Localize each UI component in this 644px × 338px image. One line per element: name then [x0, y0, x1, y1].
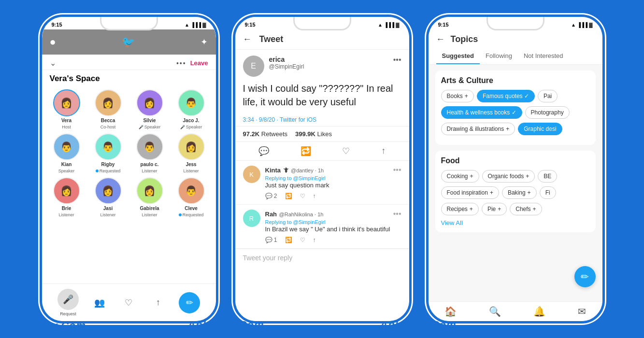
- people-icon[interactable]: 👥: [91, 294, 108, 311]
- food-title: Food: [441, 156, 590, 165]
- chevron-down-icon[interactable]: ⌄: [50, 58, 56, 68]
- avatar-vera: 👩: [53, 89, 80, 116]
- topics-screen-title: Topics: [451, 34, 478, 44]
- reply-share-icon-1[interactable]: ↑: [313, 193, 316, 199]
- status-icons-1: ▲ ▐▐▐ ▓: [185, 22, 206, 28]
- chip-food-inspiration[interactable]: Food inspiration +: [441, 186, 499, 199]
- write-button[interactable]: ✏: [179, 292, 200, 313]
- topics-bottom-nav: 🏠 🔍 🔔 ✉: [429, 301, 602, 321]
- heart-icon[interactable]: ♡: [120, 294, 137, 311]
- spaces-title: Vera's Space: [42, 70, 216, 89]
- battery-icon-3: ▓: [589, 22, 592, 28]
- reply-share-icon-2[interactable]: ↑: [313, 237, 316, 243]
- participant-vera: 👩 Vera Host: [48, 89, 86, 129]
- likes-count: 399.9K Likes: [295, 130, 332, 138]
- reply-actions-kinta: 💬 2 🔁 ♡ ↑: [265, 193, 401, 199]
- arts-row-2: Health & wellness books ✓ Photography: [441, 106, 590, 119]
- chip-cooking[interactable]: Cooking +: [441, 170, 479, 183]
- tab-following[interactable]: Following: [480, 48, 518, 64]
- signal-icon-3: ▐▐▐: [577, 22, 587, 28]
- spaces-app-header: ● 🐦 ✦: [42, 29, 216, 55]
- chip-health-wellness-books[interactable]: Health & wellness books ✓: [441, 106, 522, 119]
- tweet-author-handle: @SimpinEgirl: [269, 63, 388, 70]
- chip-photography[interactable]: Photography: [525, 106, 570, 119]
- chip-pai[interactable]: Pai: [538, 90, 558, 102]
- reply-like-icon-2[interactable]: ♡: [300, 237, 305, 243]
- reply-item-kinta: K Kinta 🗡 @dantley · 1h ••• Replying to …: [235, 161, 409, 205]
- chip-organic-foods[interactable]: Organic foods +: [482, 170, 535, 183]
- request-label: Request: [60, 311, 76, 316]
- retweet-action-icon[interactable]: 🔁: [301, 146, 311, 156]
- arts-row-1: Books + Famous quotes ✓ Pai: [441, 90, 590, 102]
- tweet-screen-title: Tweet: [259, 34, 284, 44]
- search-tab-icon[interactable]: 🔍: [489, 306, 501, 317]
- status-icons-2: ▲ ▐▐▐ ▓: [378, 22, 399, 28]
- chip-graphic-design[interactable]: Graphic desi: [518, 123, 562, 135]
- like-action-icon[interactable]: ♡: [342, 146, 350, 156]
- spaces-bottom-bar: 🎤 Request 👥 ♡ ↑ ✏: [42, 283, 216, 321]
- tweet-author-info: erica @SimpinEgirl: [269, 56, 388, 70]
- chip-fi[interactable]: Fi: [540, 186, 556, 199]
- chip-chefs[interactable]: Chefs +: [510, 203, 542, 215]
- participant-jess: 👩 Jess Listener: [172, 133, 210, 173]
- mail-tab-icon[interactable]: ✉: [578, 306, 586, 317]
- topics-back-icon[interactable]: ←: [436, 34, 445, 44]
- replying-to-rah: Replying to @SimpinEgirl: [265, 219, 401, 225]
- reply-name-rah: Rah: [265, 211, 277, 218]
- tweet-author-row: E erica @SimpinEgirl •••: [235, 50, 409, 77]
- avatar-brie: 👩: [53, 177, 80, 204]
- bell-tab-icon[interactable]: 🔔: [533, 306, 545, 317]
- participant-brie: 👩 Brie Listener: [48, 177, 86, 217]
- battery-icon-1: ▓: [202, 22, 206, 28]
- arts-row-3: Drawing & illustrations + Graphic desi: [441, 123, 590, 135]
- tweet-more-icon[interactable]: •••: [393, 56, 401, 64]
- chip-recipes[interactable]: Recipes +: [441, 203, 479, 215]
- chip-baking[interactable]: Baking +: [502, 186, 537, 199]
- signal-icon-2: ▐▐▐: [384, 22, 394, 28]
- back-arrow-icon[interactable]: ←: [243, 34, 252, 44]
- chip-famous-quotes[interactable]: Famous quotes ✓: [477, 90, 535, 102]
- tweet-author-name: erica: [269, 56, 388, 63]
- chip-drawing-illustrations[interactable]: Drawing & illustrations +: [441, 123, 515, 135]
- home-tab-icon[interactable]: 🏠: [444, 306, 457, 317]
- view-all-link[interactable]: View All: [441, 219, 590, 226]
- participant-kian: 👨 Kian Speaker: [48, 133, 86, 173]
- screen-2: 9:15 ▲ ▐▐▐ ▓ ← Tweet E erica @SimpinEgir…: [235, 17, 409, 321]
- profile-icon[interactable]: ●: [50, 36, 56, 48]
- reply-like-icon-1[interactable]: ♡: [300, 193, 305, 199]
- tab-not-interested[interactable]: Not Interested: [518, 48, 569, 64]
- sparkle-icon[interactable]: ✦: [200, 37, 208, 47]
- leave-button[interactable]: Leave: [190, 59, 208, 67]
- chip-books[interactable]: Books +: [441, 90, 474, 102]
- avatar-paulo: 👨: [136, 133, 163, 160]
- more-options-icon[interactable]: •••: [176, 59, 186, 67]
- retweets-count: 97.2K Retweets: [243, 130, 288, 138]
- tweet-main-content: E erica @SimpinEgirl ••• I wish I could …: [235, 50, 409, 321]
- screen-1: 9:15 ▲ ▐▐▐ ▓ ● 🐦 ✦ ⌄ ••• Leave Vera's Sp…: [42, 17, 216, 321]
- topics-tab-bar: Suggested Following Not Interested: [436, 48, 595, 64]
- reply-more-icon-1[interactable]: •••: [393, 166, 401, 174]
- chip-be[interactable]: BE: [538, 170, 557, 183]
- reply-reply-icon-2[interactable]: 💬 1: [265, 237, 277, 243]
- participant-rigby: 👨 Rigby Requested: [89, 133, 127, 173]
- share-action-icon[interactable]: ↑: [381, 146, 386, 156]
- chip-pie[interactable]: Pie +: [482, 203, 507, 215]
- phone-notch-2: [293, 17, 351, 30]
- tab-suggested[interactable]: Suggested: [436, 48, 480, 64]
- participant-silvie: 👩 Silvie 🎤 Speaker: [131, 89, 169, 129]
- phone-1: 9:15 ▲ ▐▐▐ ▓ ● 🐦 ✦ ⌄ ••• Leave Vera's Sp…: [40, 14, 218, 324]
- reply-more-icon-2[interactable]: •••: [393, 210, 401, 218]
- reply-reply-icon-1[interactable]: 💬 2: [265, 193, 277, 199]
- reply-retweet-icon-2[interactable]: 🔁: [285, 237, 292, 243]
- phone-2: 9:15 ▲ ▐▐▐ ▓ ← Tweet E erica @SimpinEgir…: [233, 14, 412, 324]
- spaces-content: ⌄ ••• Leave Vera's Space 👩 Vera Host: [42, 55, 216, 283]
- request-button[interactable]: 🎤 Request: [57, 289, 79, 316]
- compose-fab-button[interactable]: ✏: [574, 266, 596, 287]
- arts-culture-section: Arts & Culture Books + Famous quotes ✓ P…: [435, 70, 596, 145]
- reply-action-icon[interactable]: 💬: [258, 146, 269, 156]
- reply-content-kinta: Kinta 🗡 @dantley · 1h ••• Replying to @S…: [265, 166, 401, 199]
- wifi-icon-2: ▲: [378, 22, 383, 28]
- share-icon[interactable]: ↑: [149, 294, 167, 311]
- reply-retweet-icon-1[interactable]: 🔁: [285, 193, 292, 199]
- tweet-reply-input[interactable]: Tweet your reply: [235, 249, 409, 267]
